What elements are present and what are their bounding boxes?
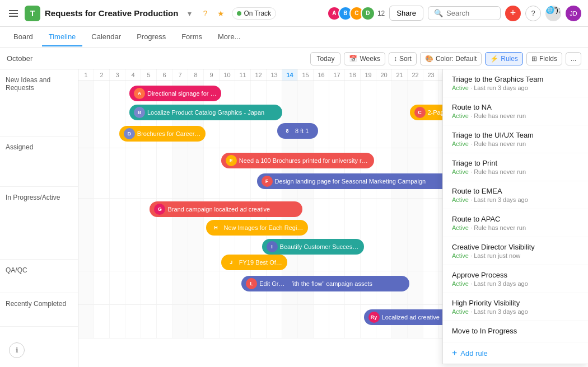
search-input[interactable]	[446, 9, 491, 17]
task-bar[interactable]: DBrochures for Career Fair	[119, 126, 206, 142]
info-circle-icon[interactable]: ℹ	[9, 342, 25, 358]
task-label: Localize Product Catalog Graphics - Japa…	[147, 109, 264, 116]
grid-col-assigned-4	[125, 148, 141, 198]
add-rule-button[interactable]: +Add rule	[443, 342, 588, 364]
grid-col-qa-3	[110, 271, 125, 304]
date-cell-1: 1	[78, 69, 94, 81]
task-label: 8 ft 1	[295, 128, 309, 134]
sort-icon: ↕	[394, 55, 397, 63]
task-bar[interactable]: 88 ft 1	[277, 123, 318, 139]
rules-item-8[interactable]: High Priority Visibility Active · Last r…	[443, 293, 588, 321]
tab-more[interactable]: More...	[211, 28, 247, 46]
menu-button[interactable]	[7, 8, 20, 19]
rules-item-3[interactable]: Triage to Print Active · Rule has never …	[443, 153, 588, 181]
date-cell-19: 19	[361, 69, 376, 81]
tab-calendar[interactable]: Calendar	[85, 28, 128, 46]
grid-col-assigned-1	[78, 148, 94, 198]
task-bar[interactable]: ENeed a 100 Brochures printed for univer…	[221, 153, 374, 168]
tab-progress[interactable]: Progress	[130, 28, 172, 46]
rules-item-1[interactable]: Route to NA Active · Rule has never run	[443, 97, 588, 125]
date-cell-5: 5	[141, 69, 157, 81]
grid-col-completed-9	[204, 305, 220, 338]
rules-item-4[interactable]: Route to EMEA Active · Last run 3 days a…	[443, 181, 588, 209]
task-bar[interactable]: ADirectional signage for internal events	[129, 86, 221, 101]
rules-item-9[interactable]: Move to In Progress	[443, 321, 588, 342]
date-cell-11: 11	[235, 69, 251, 81]
task-avatar: 8	[282, 125, 293, 137]
grid-col-inprogress-23	[423, 199, 439, 271]
status-badge: On Track	[232, 7, 276, 20]
grid-col-inprogress-21	[392, 199, 408, 271]
grid-col-completed-14	[282, 305, 298, 338]
rules-item-5[interactable]: Route to APAC Active · Rule has never ru…	[443, 209, 588, 237]
help-button[interactable]: ?	[525, 6, 541, 21]
date-cell-2: 2	[94, 69, 110, 81]
rules-button[interactable]: ⚡ Rules	[485, 52, 523, 65]
task-bar[interactable]: JFY19 Best Of Infographic	[221, 255, 287, 270]
row-labels: New Ideas and Requests Assigned In Progr…	[0, 69, 78, 367]
task-avatar: A	[134, 88, 145, 99]
task-label: Brand campaign localized ad creative	[167, 206, 270, 213]
grid-col-completed-7	[172, 305, 188, 338]
task-avatar: J	[226, 257, 237, 268]
task-bar[interactable]: BLocalize Product Catalog Graphics - Jap…	[129, 105, 282, 120]
task-label: Need a 100 Brochures printed for univers…	[239, 157, 370, 164]
date-cell-8: 8	[188, 69, 204, 81]
row-label-completed: Recently Completed	[0, 293, 78, 327]
task-label: Brochures for Career Fair	[137, 130, 202, 137]
share-button[interactable]: Share	[389, 6, 423, 21]
tab-board[interactable]: Board	[7, 28, 40, 46]
user-avatar[interactable]: JD	[566, 6, 581, 21]
grid-col-inprogress-3	[110, 199, 125, 271]
main-area: New Ideas and Requests Assigned In Progr…	[0, 69, 588, 367]
row-label-qa: QA/QC	[0, 260, 78, 293]
grid-col-completed-12	[251, 305, 267, 338]
task-bar[interactable]: IBeautify Customer Success Infographic	[262, 239, 364, 255]
color-button[interactable]: 🎨 Color: Default	[420, 52, 482, 65]
rules-item-0[interactable]: Triage to the Graphics Team Active · Las…	[443, 69, 588, 97]
grid-col-new-2	[94, 81, 110, 148]
add-button[interactable]: +	[505, 6, 521, 21]
task-bar[interactable]: HNew Images for Each Regional Office	[206, 220, 308, 236]
rules-item-meta: Active · Last run 3 days ago	[452, 196, 579, 203]
toolbar-right: Today 📅 Weeks ↕ Sort 🎨 Color: Default ⚡ …	[310, 52, 581, 65]
date-cell-12: 12	[251, 69, 267, 81]
tab-forms[interactable]: Forms	[175, 28, 209, 46]
star-icon[interactable]: ★	[214, 7, 227, 20]
grid-col-inprogress-22	[408, 199, 423, 271]
more-options-button[interactable]: ...	[566, 52, 581, 65]
grid-col-qa-22	[408, 271, 423, 304]
add-rule-label: Add rule	[460, 349, 487, 357]
task-avatar: Ry	[368, 312, 380, 323]
today-button[interactable]: Today	[310, 52, 340, 65]
task-avatar: E	[226, 155, 237, 166]
rules-item-6[interactable]: Creative Director Visibility Active · La…	[443, 237, 588, 265]
info-icon[interactable]: ?	[198, 7, 212, 20]
date-cell-15: 15	[298, 69, 314, 81]
date-cell-20: 20	[376, 69, 392, 81]
task-avatar: C	[414, 107, 426, 118]
rules-item-meta: Active · Last run 3 days ago	[452, 280, 579, 287]
task-bar[interactable]: FDesign landing page for Seasonal Market…	[257, 173, 471, 189]
rules-item-2[interactable]: Triage to the UI/UX Team Active · Rule h…	[443, 125, 588, 153]
notifications-icon[interactable]: 🌐');">	[545, 6, 561, 21]
fields-button[interactable]: ⊞ Fields	[526, 52, 562, 65]
tab-timeline[interactable]: Timeline	[42, 28, 83, 46]
grid-col-completed-17	[329, 305, 345, 338]
rules-item-7[interactable]: Approve Process Active · Last run 3 days…	[443, 265, 588, 293]
grid-col-completed-2	[94, 305, 110, 338]
row-label-new: New Ideas and Requests	[0, 69, 78, 137]
title-icons: ▾ ? ★	[183, 7, 227, 20]
grid-col-new-19	[361, 81, 376, 148]
grid-col-assigned-7	[172, 148, 188, 198]
sort-button[interactable]: ↕ Sort	[389, 52, 417, 65]
grid-col-completed-8	[188, 305, 204, 338]
task-bar[interactable]: GBrand campaign localized ad creative	[150, 201, 302, 217]
dropdown-icon[interactable]: ▾	[183, 7, 196, 20]
task-bar[interactable]: LEdit Graph... 1	[241, 276, 292, 291]
grid-col-qa-5	[141, 271, 157, 304]
row-label-inprogress: In Progress/Active	[0, 187, 78, 260]
rules-item-meta: Active · Last run 3 days ago	[452, 308, 579, 315]
grid-col-completed-4	[125, 305, 141, 338]
weeks-button[interactable]: 📅 Weeks	[344, 52, 385, 65]
